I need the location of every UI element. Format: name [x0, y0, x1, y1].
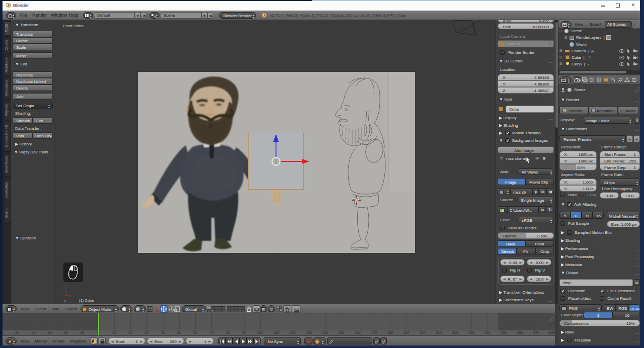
- svg-text:x: x: [64, 298, 66, 303]
